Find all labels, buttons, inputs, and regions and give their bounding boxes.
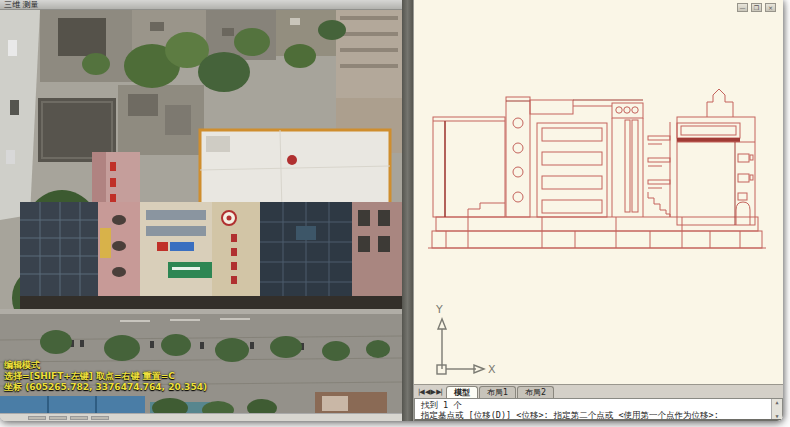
cad-canvas[interactable]: — ❒ × [414,0,783,384]
minimize-button[interactable]: — [737,3,748,12]
photo-panel-title: 三维 测量 [0,0,402,10]
command-history-line: 找到 1 个 [421,400,768,410]
panel-divider[interactable] [402,0,413,421]
command-line-area[interactable]: 找到 1 个 指定基点或 [位移(D)] <位移>: 指定第二个点或 <使用第一… [414,398,783,421]
tab-model[interactable]: 模型 [446,386,478,398]
taskbar-fragment [28,416,46,420]
taskbar-fragment [91,416,109,420]
window-controls: — ❒ × [737,3,776,12]
overlay-hint: 选择=[SHIFT+左键] 取点=右键 重置=C [4,371,207,382]
ucs-icon: Y X [422,303,496,383]
cad-panel: — ❒ × [413,0,783,421]
facade-row [20,202,402,309]
ucs-x-label: X [488,363,496,376]
tab-layout2[interactable]: 布局2 [517,386,554,398]
close-button[interactable]: × [765,3,776,12]
viewport-status-overlay: 编辑模式 选择=[SHIFT+左键] 取点=右键 重置=C 坐标 (605265… [4,360,207,393]
tab-layout1[interactable]: 布局1 [479,386,516,398]
photo-panel: 三维 测量 [0,0,402,421]
elevation-circle-tower [506,97,530,217]
scroll-up-icon[interactable]: ▲ [772,399,782,405]
command-scrollbar[interactable]: ▲ ▼ [771,399,782,419]
elevation-left-block [433,117,505,217]
elevation-stepped-section [648,122,670,217]
command-prompt-line: 指定基点或 [位移(D)] <位移>: 指定第二个点或 <使用第一个点作为位移>… [421,410,768,420]
overlay-coordinates: 坐标 (605265.782, 3376474.764, 20.354) [4,382,207,393]
aerial-photo-viewport[interactable]: 编辑模式 选择=[SHIFT+左键] 取点=右键 重置=C 坐标 (605265… [0,10,402,413]
elevation-base [428,217,766,248]
elevation-drawing [420,62,772,262]
tab-nav-arrows[interactable]: |◀ ◀ ▶ ▶| [414,388,446,398]
elevation-small-tower [612,103,643,217]
scroll-down-icon[interactable]: ▼ [772,413,782,419]
taskbar-fragment [70,416,88,420]
aerial-photo [0,10,402,413]
photo-panel-bottom-strip [0,413,402,421]
taskbar-fragment [49,416,67,420]
ucs-y-label: Y [435,303,443,316]
restore-button[interactable]: ❒ [751,3,762,12]
app-window: 三维 测量 [0,0,783,421]
overlay-edit-mode: 编辑模式 [4,360,207,371]
elevation-right-building [677,89,755,225]
layout-tab-bar: |◀ ◀ ▶ ▶| 模型 布局1 布局2 [414,384,783,398]
